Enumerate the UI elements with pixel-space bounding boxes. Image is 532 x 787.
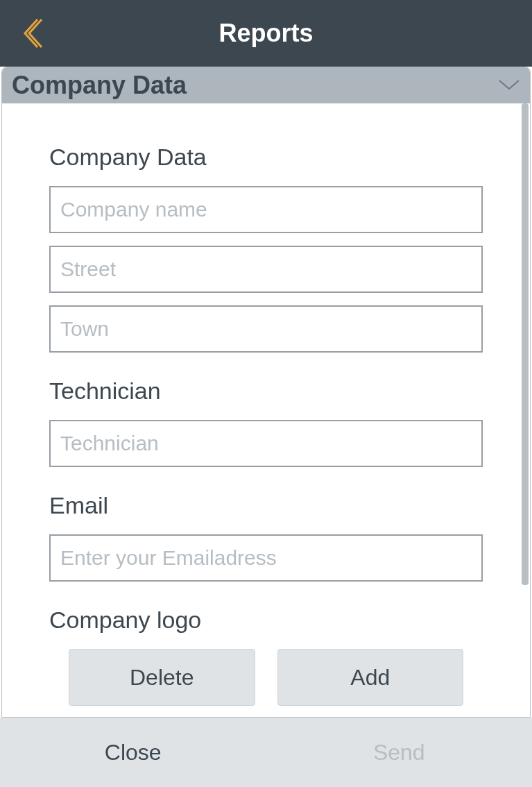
company-name-field[interactable]: [49, 186, 483, 233]
company-logo-label: Company logo: [49, 607, 483, 634]
delete-logo-button[interactable]: Delete: [69, 649, 255, 706]
add-logo-button[interactable]: Add: [277, 649, 464, 706]
panel-header[interactable]: Company Data: [2, 67, 530, 103]
company-data-form: Company Data Technician Email Company lo…: [2, 103, 530, 706]
street-field[interactable]: [49, 246, 483, 293]
email-field[interactable]: [49, 534, 483, 582]
close-button[interactable]: Close: [0, 718, 266, 787]
company-data-label: Company Data: [49, 144, 483, 171]
footer-bar: Close Send: [0, 718, 532, 787]
form-scroll-area[interactable]: Company Data Technician Email Company lo…: [2, 103, 530, 717]
chevron-down-icon: [498, 79, 520, 92]
email-label: Email: [49, 492, 483, 519]
technician-field[interactable]: [49, 420, 483, 467]
back-button[interactable]: [19, 17, 43, 50]
add-logo-button-label: Add: [350, 665, 390, 691]
send-button-label: Send: [373, 740, 425, 765]
company-logo-buttons: Delete Add: [49, 649, 483, 706]
back-chevron-icon: [19, 17, 43, 50]
close-button-label: Close: [105, 740, 162, 765]
town-field[interactable]: [49, 305, 483, 353]
app-header: Reports: [0, 0, 532, 67]
panel-collapse-toggle[interactable]: [498, 79, 520, 92]
panel: Company Data Company Data Technician Ema…: [1, 67, 531, 718]
page-title: Reports: [0, 19, 532, 48]
technician-label: Technician: [49, 378, 483, 405]
delete-logo-button-label: Delete: [130, 665, 194, 691]
send-button[interactable]: Send: [266, 718, 533, 787]
panel-header-title: Company Data: [12, 71, 187, 100]
panel-wrap: Company Data Company Data Technician Ema…: [0, 67, 532, 718]
